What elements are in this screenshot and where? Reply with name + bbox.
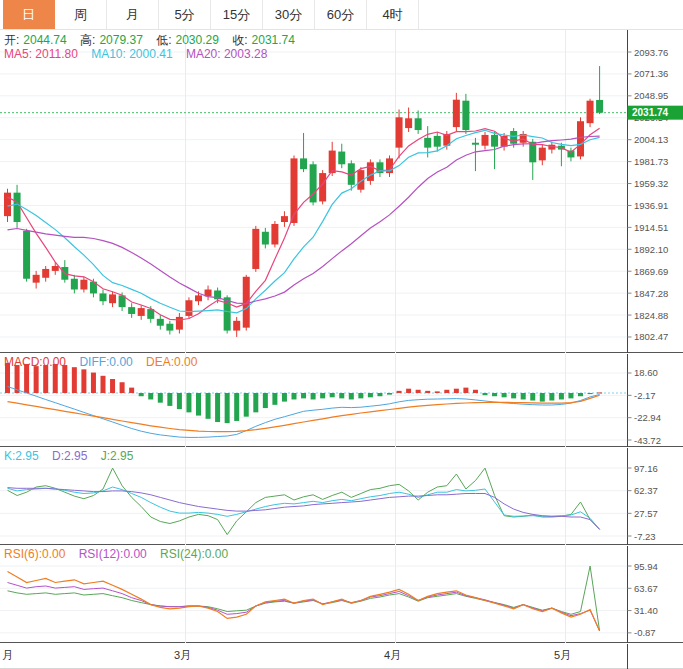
macd-hist-bar xyxy=(339,393,344,398)
j-value: J:2.95 xyxy=(101,449,134,463)
y-axis-label: -0.87 xyxy=(634,627,656,638)
macd-hist-bar xyxy=(377,393,382,396)
macd-hist-bar xyxy=(91,373,96,393)
macd-legend-row: MACD:0.00 DIFF:0.00 DEA:0.00 xyxy=(4,355,201,369)
candle-up xyxy=(195,295,202,301)
y-axis-label: 1936.91 xyxy=(634,200,668,211)
y-axis-label: 1914.51 xyxy=(634,222,668,233)
macd-hist-bar xyxy=(358,393,363,398)
y-axis-label: 18.60 xyxy=(634,367,658,378)
y-axis-label: 63.67 xyxy=(634,583,658,594)
candle-down xyxy=(166,324,173,331)
rsi24-line xyxy=(8,566,600,631)
macd-hist-bar xyxy=(454,389,459,393)
j-line xyxy=(8,468,600,534)
candle-down xyxy=(157,319,164,326)
main-chart-panel: 开:2044.74 高:2079.37 低:2030.29 收:2031.74 … xyxy=(0,30,683,353)
tab-day[interactable]: 日 xyxy=(3,0,55,29)
tab-4hour[interactable]: 4时 xyxy=(367,0,419,29)
macd-hist-bar xyxy=(492,393,497,396)
y-axis-label: 2048.95 xyxy=(634,90,668,101)
macd-hist-bar xyxy=(253,393,258,412)
macd-hist-bar xyxy=(416,390,421,393)
tab-5min[interactable]: 5分 xyxy=(159,0,211,29)
candle-up xyxy=(252,229,259,269)
candle-down xyxy=(596,100,603,113)
candle-down xyxy=(262,232,269,245)
macd-hist-bar xyxy=(225,393,230,423)
candle-up xyxy=(453,100,460,127)
macd-hist-bar xyxy=(158,393,163,403)
candlestick-canvas[interactable]: 2093.762071.362048.952026.542004.131981.… xyxy=(0,30,683,353)
kdj-legend-row: K:2.95 D:2.95 J:2.95 xyxy=(4,449,137,463)
tab-30min[interactable]: 30分 xyxy=(263,0,315,29)
macd-hist-bar xyxy=(62,365,67,393)
macd-hist-bar xyxy=(81,369,86,393)
candle-up xyxy=(367,162,374,181)
low-label: 低: xyxy=(156,33,171,47)
candle-up xyxy=(42,269,49,278)
open-label: 开: xyxy=(4,33,19,47)
rsi-panel: RSI(6):0.00 RSI(12):0.00 RSI(24):0.00 95… xyxy=(0,546,683,643)
tab-week[interactable]: 周 xyxy=(55,0,107,29)
ma-legend-row: MA5: 2011.80 MA10: 2000.41 MA20: 2003.28 xyxy=(4,47,271,61)
rsi24-value: RSI(24):0.00 xyxy=(160,547,228,561)
candle-down xyxy=(415,118,422,130)
macd-hist-bar xyxy=(368,393,373,397)
candle-down xyxy=(14,193,21,222)
x-axis-label: 月 xyxy=(2,648,13,663)
y-axis-label: 1959.32 xyxy=(634,178,668,189)
candle-down xyxy=(434,136,441,147)
ma20-legend: MA20: 2003.28 xyxy=(186,47,267,61)
macd-hist-bar xyxy=(292,393,297,399)
macd-hist-bar xyxy=(511,393,516,398)
macd-hist-bar xyxy=(387,393,392,395)
candle-up xyxy=(4,193,11,216)
d-value: D:2.95 xyxy=(52,449,87,463)
candle-up xyxy=(501,136,508,147)
high-label: 高: xyxy=(80,33,95,47)
y-axis-label: 27.57 xyxy=(634,508,658,519)
macd-hist-bar xyxy=(244,393,249,417)
y-axis-label: 97.16 xyxy=(634,463,658,474)
y-axis-label: 1869.69 xyxy=(634,266,668,277)
candle-up xyxy=(271,224,278,245)
low-value: 2030.29 xyxy=(176,33,219,47)
candle-down xyxy=(462,101,469,130)
ma5-legend: MA5: 2011.80 xyxy=(4,47,78,61)
y-axis-label: 1847.28 xyxy=(634,288,668,299)
candle-down xyxy=(23,231,30,279)
candle-up xyxy=(33,275,40,283)
y-axis-label: 62.37 xyxy=(634,485,658,496)
candle-up xyxy=(577,121,584,156)
macd-hist-bar xyxy=(72,367,77,393)
macd-hist-bar xyxy=(549,393,554,401)
diff-value: DIFF:0.00 xyxy=(79,355,132,369)
candle-up xyxy=(138,308,145,316)
period-tabbar: 日周月5分15分30分60分4时 xyxy=(0,0,683,30)
y-axis-label: 1824.88 xyxy=(634,310,668,321)
candle-down xyxy=(424,138,431,148)
candle-up xyxy=(329,151,336,174)
macd-hist-bar xyxy=(406,389,411,393)
macd-hist-bar xyxy=(148,393,153,399)
x-axis-label: 4月 xyxy=(384,648,401,663)
dea-line xyxy=(8,395,600,432)
macd-hist-bar xyxy=(129,388,134,393)
candle-up xyxy=(482,135,489,146)
y-axis-label: 1892.10 xyxy=(634,244,668,255)
candle-up xyxy=(176,317,183,330)
macd-value: MACD:0.00 xyxy=(4,355,66,369)
tab-month[interactable]: 月 xyxy=(107,0,159,29)
macd-hist-bar xyxy=(177,393,182,409)
x-axis-label: 3月 xyxy=(174,648,191,663)
candle-up xyxy=(52,266,59,271)
macd-hist-bar xyxy=(444,390,449,393)
tab-60min[interactable]: 60分 xyxy=(315,0,367,29)
close-value: 2031.74 xyxy=(252,33,295,47)
candle-up xyxy=(281,216,288,222)
tab-15min[interactable]: 15分 xyxy=(211,0,263,29)
macd-hist-bar xyxy=(167,393,172,406)
candle-down xyxy=(510,131,517,144)
candle-down xyxy=(100,293,107,301)
